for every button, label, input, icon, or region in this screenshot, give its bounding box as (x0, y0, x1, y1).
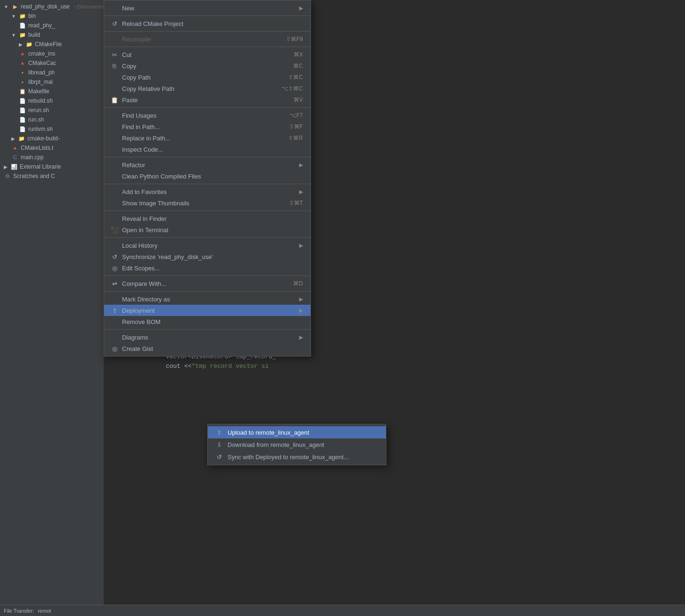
menu-item-terminal[interactable]: ⬛ Open in Terminal (104, 224, 310, 235)
menu-item-copy-path[interactable]: Copy Path ⇧⌘C (104, 72, 310, 83)
reload-icon: ↺ (110, 20, 119, 27)
menu-label-copy-path: Copy Path (122, 74, 279, 81)
sidebar-item-external[interactable]: ▶ 📊 External Librarie (0, 162, 104, 171)
recompile-shortcut: ⇧⌘F9 (286, 36, 303, 42)
menu-item-thumbnails[interactable]: Show Image Thumbnails ⇧⌘T (104, 197, 310, 209)
menu-item-recompile[interactable]: Recompile ⇧⌘F9 (104, 33, 310, 45)
menu-label-clean-python: Clean Python Compiled Files (122, 173, 303, 180)
menu-item-clean-python[interactable]: Clean Python Compiled Files (104, 170, 310, 182)
sidebar-item-makefile[interactable]: 📋 Makefile (0, 87, 104, 96)
run-icon: 📄 (19, 116, 26, 123)
root-label: read_phy_disk_use (21, 3, 70, 10)
root-path: ~/Documents/code/test/c++/read (73, 4, 104, 9)
menu-label-refactor: Refactor (122, 162, 295, 169)
sidebar-label-run: run.sh (28, 116, 44, 123)
sidebar-label-rebuild: rebuild.sh (28, 97, 53, 104)
menu-label-reveal: Reveal in Finder (122, 215, 303, 222)
compare-icon: ⇌ (110, 280, 119, 287)
menu-label-copy: Copy (122, 63, 284, 70)
cmakelists-icon: 🔺 (11, 144, 19, 152)
sidebar-item-runlvm[interactable]: 📄 runlvm.sh (0, 124, 104, 134)
menu-label-synchronize: Synchronize 'read_phy_disk_use' (122, 253, 303, 260)
sidebar-item-rerun[interactable]: 📄 rerun.sh (0, 105, 104, 115)
thumbnails-shortcut: ⇧⌘T (289, 200, 303, 206)
terminal-icon: ⬛ (110, 227, 119, 234)
submenu-item-sync[interactable]: ↺ Sync with Deployed to remote_linux_age… (208, 451, 386, 463)
menu-item-reload[interactable]: ↺ Reload CMake Project (104, 18, 310, 29)
menu-item-synchronize[interactable]: ↺ Synchronize 'read_phy_disk_use' (104, 251, 310, 262)
download-icon: ⇩ (214, 441, 224, 448)
sidebar-label-cmake-ins: cmake_ins (28, 50, 55, 57)
sidebar-item-librpt[interactable]: ▪ librpt_mai (0, 77, 104, 87)
scope-icon: ◎ (110, 265, 119, 272)
menu-item-new[interactable]: New ▶ (104, 2, 310, 14)
menu-item-remove-bom[interactable]: Remove BOM (104, 316, 310, 327)
separator (104, 157, 310, 157)
menu-label-terminal: Open in Terminal (122, 227, 303, 234)
menu-label-copy-relative: Copy Relative Path (122, 85, 272, 92)
menu-item-local-history[interactable]: Local History ▶ (104, 240, 310, 251)
sidebar-item-build[interactable]: ▼ 📁 build (0, 30, 104, 40)
menu-label-compare: Compare With... (122, 280, 284, 287)
sidebar-label-cmakelists: CMakeLists.t (21, 145, 53, 151)
sidebar-label-maincpp: main.cpp (21, 154, 44, 161)
librpt-icon: ▪ (19, 78, 26, 86)
menu-item-diagrams[interactable]: Diagrams ▶ (104, 332, 310, 343)
menu-item-mark-directory[interactable]: Mark Directory as ▶ (104, 293, 310, 305)
sidebar-label-scratches: Scratches and C (13, 173, 55, 179)
compare-shortcut: ⌘D (293, 280, 303, 287)
menu-item-reveal[interactable]: Reveal in Finder (104, 213, 310, 224)
menu-item-find-usages[interactable]: Find Usages ⌥F7 (104, 110, 310, 121)
sidebar-item-maincpp[interactable]: C main.cpp (0, 153, 104, 162)
sidebar-item-libread[interactable]: ▪ libread_ph (0, 68, 104, 77)
menu-item-refactor[interactable]: Refactor ▶ (104, 159, 310, 170)
sidebar-label-runlvm: runlvm.sh (28, 126, 53, 132)
scratches-icon: ⚙ (4, 172, 11, 180)
submenu-arrow-deployment: ▶ (299, 308, 303, 314)
sidebar-item-cmakefile[interactable]: ▶ 📁 CMakeFile (0, 40, 104, 49)
context-menu: New ▶ ↺ Reload CMake Project Recompile ⇧… (104, 0, 311, 357)
menu-item-edit-scopes[interactable]: ◎ Edit Scopes... (104, 262, 310, 274)
sidebar-item-cmake-ins[interactable]: 🔺 cmake_ins (0, 49, 104, 58)
deployment-submenu: ⇧ Upload to remote_linux_agent ⇩ Downloa… (207, 424, 386, 465)
submenu-item-upload[interactable]: ⇧ Upload to remote_linux_agent (208, 426, 386, 438)
copy-rel-shortcut: ⌥⇧⌘C (282, 85, 303, 92)
sidebar-item-bin[interactable]: ▼ 📁 bin (0, 11, 104, 21)
menu-item-paste[interactable]: 📋 Paste ⌘V (104, 94, 310, 105)
separator (104, 16, 310, 16)
replace-path-shortcut: ⇧⌘R (288, 135, 303, 141)
menu-item-inspect[interactable]: Inspect Code... (104, 144, 310, 155)
sidebar-item-run[interactable]: 📄 run.sh (0, 115, 104, 124)
paste-icon: 📋 (110, 97, 119, 104)
rebuild-icon: 📄 (19, 97, 26, 105)
submenu-item-download[interactable]: ⇩ Download from remote_linux_agent (208, 438, 386, 451)
sidebar-item-rebuild[interactable]: 📄 rebuild.sh (0, 96, 104, 105)
menu-item-cut[interactable]: ✂ Cut ⌘X (104, 49, 310, 60)
menu-item-favorites[interactable]: Add to Favorites ▶ (104, 186, 310, 197)
sidebar-item-scratches[interactable]: ⚙ Scratches and C (0, 171, 104, 181)
menu-item-compare[interactable]: ⇌ Compare With... ⌘D (104, 278, 310, 289)
sidebar-item-cmake-build[interactable]: ▶ 📁 cmake-build- (0, 134, 104, 143)
separator (104, 237, 310, 238)
sidebar-item-readphy[interactable]: 📄 read_phy_ (0, 21, 104, 30)
menu-item-deployment[interactable]: ⇧ Deployment ▶ (104, 305, 310, 316)
sidebar-root[interactable]: ▼ ▶ read_phy_disk_use ~/Documents/code/t… (0, 0, 104, 11)
menu-item-replace-path[interactable]: Replace in Path... ⇧⌘R (104, 132, 310, 144)
menu-label-paste: Paste (122, 97, 284, 104)
menu-item-copy[interactable]: ⎘ Copy ⌘C (104, 60, 310, 72)
menu-label-edit-scopes: Edit Scopes... (122, 265, 303, 272)
sidebar-label-readphy: read_phy_ (28, 22, 55, 29)
menu-item-find-path[interactable]: Find in Path... ⇧⌘F (104, 121, 310, 132)
submenu-arrow-history: ▶ (299, 243, 303, 249)
menu-item-create-gist[interactable]: ◎ Create Gist (104, 343, 310, 354)
separator (104, 329, 310, 330)
sidebar-item-cmakecac[interactable]: 🔺 CMakeCac (0, 58, 104, 68)
sidebar-item-cmakelists[interactable]: 🔺 CMakeLists.t (0, 143, 104, 153)
find-path-shortcut: ⇧⌘F (289, 123, 303, 130)
sidebar-label-cmakefile: CMakeFile (35, 41, 62, 48)
status-value: remot (38, 608, 51, 614)
submenu-label-upload: Upload to remote_linux_agent (228, 429, 309, 436)
menu-label-local-history: Local History (122, 242, 295, 249)
submenu-sync-icon: ↺ (214, 454, 224, 461)
menu-item-copy-relative[interactable]: Copy Relative Path ⌥⇧⌘C (104, 83, 310, 94)
